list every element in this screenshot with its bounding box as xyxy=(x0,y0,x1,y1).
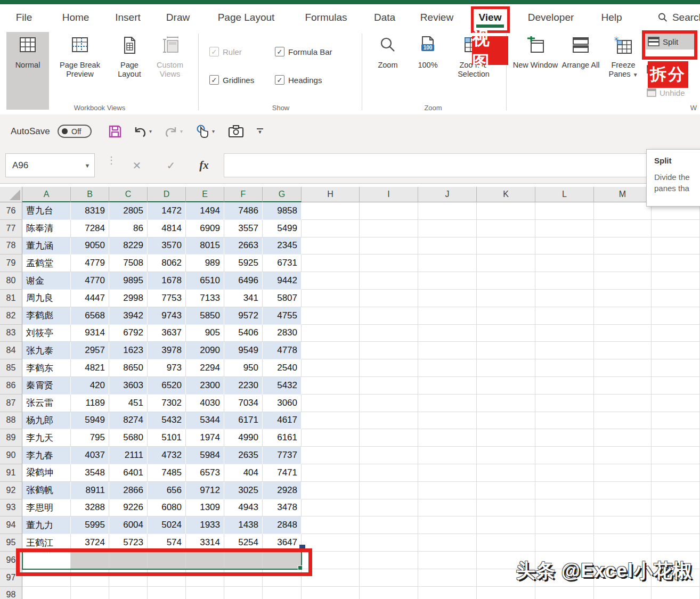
row-header-90[interactable]: 90 xyxy=(0,447,22,464)
tab-file[interactable]: File xyxy=(16,4,32,30)
cell-i95[interactable] xyxy=(360,534,418,552)
cell-b87[interactable]: 1189 xyxy=(71,395,109,412)
cell-h98[interactable] xyxy=(302,587,360,599)
cell-e88[interactable]: 5344 xyxy=(186,412,224,430)
cell-l90[interactable] xyxy=(535,447,594,464)
cell-m85[interactable] xyxy=(594,359,652,377)
cell-partial-92[interactable] xyxy=(652,482,700,499)
cell-h84[interactable] xyxy=(302,342,360,359)
cell-f86[interactable]: 2230 xyxy=(224,377,263,395)
cell-m89[interactable] xyxy=(594,429,652,447)
cell-j84[interactable] xyxy=(418,342,477,359)
page-layout-view-button[interactable]: Page Layout xyxy=(110,32,149,110)
cell-f79[interactable]: 5925 xyxy=(224,255,263,272)
cell-b79[interactable]: 4779 xyxy=(71,255,109,272)
freeze-panes-button[interactable]: ✳ Freeze Panes ▼ xyxy=(602,32,645,110)
row-header-83[interactable]: 83 xyxy=(0,325,22,342)
row-header-79[interactable]: 79 xyxy=(0,255,22,272)
row-header-78[interactable]: 78 xyxy=(0,237,22,255)
cell-j98[interactable] xyxy=(418,587,477,599)
cell-h79[interactable] xyxy=(302,255,360,272)
cell-k82[interactable] xyxy=(477,307,535,325)
camera-button[interactable] xyxy=(228,114,244,148)
zoom-100-button[interactable]: 100 100% xyxy=(410,32,446,110)
cell-m95[interactable] xyxy=(594,534,652,552)
cell-k79[interactable] xyxy=(477,255,535,272)
row-header-94[interactable]: 94 xyxy=(0,516,22,534)
cell-m80[interactable] xyxy=(594,272,652,290)
row-header-86[interactable]: 86 xyxy=(0,377,22,395)
cell-h92[interactable] xyxy=(302,482,360,499)
cell-partial-89[interactable] xyxy=(652,429,700,447)
cell-l94[interactable] xyxy=(535,516,594,534)
row-header-91[interactable]: 91 xyxy=(0,464,22,482)
row-header-80[interactable]: 80 xyxy=(0,272,22,290)
cell-c83[interactable]: 6792 xyxy=(109,325,148,342)
cell-d78[interactable]: 3570 xyxy=(148,237,186,255)
row-header-77[interactable]: 77 xyxy=(0,220,22,237)
cell-k93[interactable] xyxy=(477,499,535,517)
arrange-all-button[interactable]: Arrange All xyxy=(560,32,601,110)
cell-m77[interactable] xyxy=(594,220,652,237)
cell-c93[interactable]: 9226 xyxy=(109,499,148,517)
tab-home[interactable]: Home xyxy=(62,4,89,30)
cell-d85[interactable]: 973 xyxy=(148,359,186,377)
cell-c88[interactable]: 8274 xyxy=(109,412,148,430)
cell-b78[interactable]: 9050 xyxy=(71,237,109,255)
cell-m83[interactable] xyxy=(594,325,652,342)
cell-partial-98[interactable] xyxy=(652,587,700,599)
cell-d92[interactable]: 656 xyxy=(148,482,186,499)
cell-l98[interactable] xyxy=(535,587,594,599)
cell-f91[interactable]: 404 xyxy=(224,464,263,482)
cell-j87[interactable] xyxy=(418,395,477,412)
cell-f85[interactable]: 950 xyxy=(224,359,263,377)
cell-a88[interactable]: 杨九郎 xyxy=(22,412,71,430)
formula-bar-checkbox[interactable]: ✓ Formula Bar xyxy=(275,47,332,56)
cell-m93[interactable] xyxy=(594,499,652,517)
cell-c86[interactable]: 3603 xyxy=(109,377,148,395)
cell-e81[interactable]: 7133 xyxy=(186,290,224,307)
cell-b92[interactable]: 8911 xyxy=(71,482,109,499)
cell-h93[interactable] xyxy=(302,499,360,517)
cell-b81[interactable]: 4447 xyxy=(71,290,109,307)
cell-g98[interactable] xyxy=(263,587,302,599)
cell-k81[interactable] xyxy=(477,290,535,307)
cell-h85[interactable] xyxy=(302,359,360,377)
cell-j89[interactable] xyxy=(418,429,477,447)
zoom-button[interactable]: Zoom xyxy=(371,32,405,110)
column-header-m[interactable]: M xyxy=(594,187,652,202)
cell-b76[interactable]: 8319 xyxy=(71,202,109,220)
cell-c81[interactable]: 2998 xyxy=(109,290,148,307)
cell-g94[interactable]: 2848 xyxy=(263,516,302,534)
cell-partial-88[interactable] xyxy=(652,412,700,430)
cell-l79[interactable] xyxy=(535,255,594,272)
cell-k80[interactable] xyxy=(477,272,535,290)
cell-l85[interactable] xyxy=(535,359,594,377)
cell-b85[interactable]: 4821 xyxy=(71,359,109,377)
cell-h89[interactable] xyxy=(302,429,360,447)
formula-input[interactable] xyxy=(224,153,697,177)
cell-h81[interactable] xyxy=(302,290,360,307)
cell-partial-91[interactable] xyxy=(652,464,700,482)
cell-i92[interactable] xyxy=(360,482,418,499)
cell-j78[interactable] xyxy=(418,237,477,255)
cell-c82[interactable]: 3942 xyxy=(109,307,148,325)
cell-c78[interactable]: 8229 xyxy=(109,237,148,255)
select-all-corner[interactable] xyxy=(0,187,22,202)
cell-h76[interactable] xyxy=(302,202,360,220)
row-header-85[interactable]: 85 xyxy=(0,359,22,377)
cell-partial-86[interactable] xyxy=(652,377,700,395)
cell-e85[interactable]: 2294 xyxy=(186,359,224,377)
cell-g89[interactable]: 6161 xyxy=(263,429,302,447)
row-header-81[interactable]: 81 xyxy=(0,290,22,307)
cell-i85[interactable] xyxy=(360,359,418,377)
column-header-l[interactable]: L xyxy=(535,187,594,202)
cell-m78[interactable] xyxy=(594,237,652,255)
insert-function-button[interactable]: fx xyxy=(191,153,217,177)
cell-j85[interactable] xyxy=(418,359,477,377)
cell-i84[interactable] xyxy=(360,342,418,359)
cell-m86[interactable] xyxy=(594,377,652,395)
cell-d84[interactable]: 3978 xyxy=(148,342,186,359)
cell-h78[interactable] xyxy=(302,237,360,255)
new-window-button[interactable]: New Window xyxy=(512,32,558,110)
